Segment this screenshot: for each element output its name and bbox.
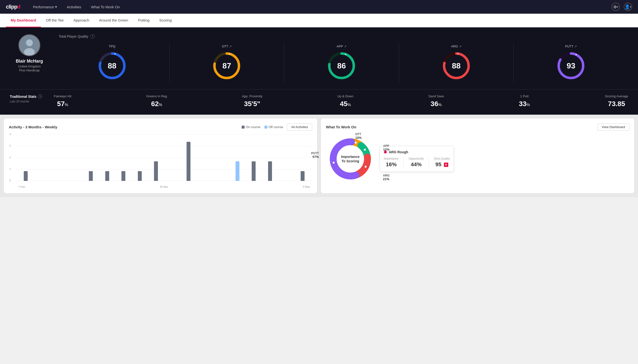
divider xyxy=(403,157,404,168)
trend-up-icon: ↗ xyxy=(574,45,577,48)
avatar xyxy=(18,34,40,56)
nav-icons: ⊕ ▾ 👤 ▾ xyxy=(611,3,632,11)
trend-up-icon: ↗ xyxy=(229,45,232,48)
tab-around-the-green[interactable]: Around the Green xyxy=(94,14,133,28)
bar-group xyxy=(67,180,83,181)
bar-group xyxy=(165,180,180,181)
stat-greens-in-reg: Greens In Reg 62% xyxy=(146,94,167,108)
bar-group xyxy=(263,161,278,181)
donut-putt: 93 xyxy=(556,51,586,80)
quality-section: Total Player Quality ? TPQ 88 xyxy=(59,34,628,82)
legend-off-course: Off course xyxy=(264,125,283,129)
nav-performance[interactable]: Performance ▾ xyxy=(32,5,58,9)
stat-app-proximity: App. Proximity 35'5" xyxy=(242,94,263,108)
tooltip-importance: Importance 16% xyxy=(384,157,398,168)
nav-activities[interactable]: Activities xyxy=(66,5,82,9)
bar-empty xyxy=(73,180,77,181)
bar-group xyxy=(181,142,196,181)
x-labels: 7 Feb 28 Mar 9 May xyxy=(16,185,312,188)
bar-on-course xyxy=(121,171,125,181)
stat-sand-save: Sand Save 36% xyxy=(429,94,444,108)
tooltip-title: ARG Rough xyxy=(384,150,450,154)
bar-group xyxy=(83,171,99,181)
user-icon: 👤 xyxy=(624,4,630,10)
stat-1-putt: 1 Putt 33% xyxy=(519,94,530,108)
tab-my-dashboard[interactable]: My Dashboard xyxy=(6,14,41,28)
activity-bar-chart: 4 3 2 1 0 7 Feb 28 Mar 9 May xyxy=(9,134,312,188)
work-card-title: What To Work On xyxy=(326,125,356,129)
bar-empty xyxy=(170,180,174,181)
work-card: What To Work On View Dashboard Importanc… xyxy=(321,118,634,193)
work-content: ImportanceTo Scoring OTT10% APP12% ARG21… xyxy=(326,134,629,183)
help-icon[interactable]: ? xyxy=(90,34,95,38)
tab-putting[interactable]: Putting xyxy=(133,14,154,28)
bar-group xyxy=(148,161,164,181)
svg-point-23 xyxy=(364,149,366,150)
activity-legend: On course Off course xyxy=(242,125,283,129)
svg-point-1 xyxy=(26,39,33,46)
gauge-putt: PUTT ↗ 93 xyxy=(513,42,628,82)
donut-center-text: ImportanceTo Scoring xyxy=(341,154,359,163)
bar-group xyxy=(279,180,294,181)
bar-empty xyxy=(40,180,44,181)
tab-scoring[interactable]: Scoring xyxy=(154,14,176,28)
work-card-header: What To Work On View Dashboard xyxy=(326,124,629,130)
tab-approach[interactable]: Approach xyxy=(69,14,94,28)
stats-subtitle: Last 20 rounds xyxy=(10,100,49,103)
gauge-app: APP ↗ 86 xyxy=(284,42,399,82)
gauge-ott: OTT ↗ 87 xyxy=(169,42,284,82)
chevron-down-icon: ▾ xyxy=(617,6,618,8)
work-tooltip: ARG Rough Importance 16% Opportunity 44% xyxy=(380,146,454,172)
stat-scoring-avg: Scoring Average 73.85 xyxy=(605,94,628,108)
bar-empty xyxy=(56,180,60,181)
tab-off-the-tee[interactable]: Off the Tee xyxy=(41,14,69,28)
stats-label-section: Traditional Stats ? Last 20 rounds xyxy=(10,94,49,103)
bar-group xyxy=(197,180,213,181)
bar-off-course xyxy=(236,161,240,181)
bar-on-course xyxy=(186,142,190,181)
bar-on-course xyxy=(89,171,93,181)
nav-what-to-work-on[interactable]: What To Work On xyxy=(90,5,121,9)
tooltip-opportunity: Opportunity 44% xyxy=(408,157,424,168)
svg-point-25 xyxy=(333,162,335,164)
bar-group xyxy=(230,161,245,181)
logo[interactable]: clippd xyxy=(6,4,20,10)
gauge-arg: ARG ↗ 88 xyxy=(399,42,514,82)
chevron-down-icon: ▾ xyxy=(630,6,631,8)
add-button[interactable]: ⊕ ▾ xyxy=(611,3,620,11)
gauge-tpq: TPQ 88 xyxy=(59,42,169,82)
quality-title: Total Player Quality ? xyxy=(59,34,628,38)
donut-ott: 87 xyxy=(212,51,241,80)
work-donut: ImportanceTo Scoring xyxy=(326,134,375,183)
donut-label-app: APP12% xyxy=(383,144,389,151)
bar-group xyxy=(116,171,131,181)
bar-on-course xyxy=(252,161,256,181)
user-button[interactable]: 👤 ▾ xyxy=(624,3,632,11)
donut-label-ott: OTT10% xyxy=(355,132,362,140)
activity-card-title: Activity - 3 Months - Weekly xyxy=(9,125,57,129)
bar-group xyxy=(132,171,148,181)
donut-tpq: 88 xyxy=(97,51,127,80)
all-activities-button[interactable]: All Activities xyxy=(287,124,312,130)
chevron-down-icon: ▾ xyxy=(55,5,57,9)
legend-on-course-dot xyxy=(242,126,245,128)
donut-app: 86 xyxy=(327,51,356,80)
dashboard-header: Blair McHarg United Kingdom Plus Handica… xyxy=(0,28,638,89)
bars-area xyxy=(16,134,312,181)
bar-empty xyxy=(284,180,288,181)
help-icon[interactable]: ? xyxy=(38,94,42,99)
plus-icon: ⊕ xyxy=(613,4,617,10)
tab-bar: My Dashboard Off the Tee Approach Around… xyxy=(0,14,638,28)
bar-on-course xyxy=(105,171,109,181)
bar-group xyxy=(18,171,34,181)
tooltip-metrics: Importance 16% Opportunity 44% xyxy=(384,157,450,168)
bar-group xyxy=(35,180,50,181)
view-dashboard-button[interactable]: View Dashboard xyxy=(598,124,629,130)
bar-empty xyxy=(219,180,223,181)
bar-on-course xyxy=(301,171,305,181)
bar-on-course xyxy=(24,171,28,181)
trend-up-icon: ↗ xyxy=(459,45,462,48)
legend-on-course: On course xyxy=(242,125,261,129)
divider xyxy=(429,157,429,168)
legend-off-course-dot xyxy=(264,126,267,128)
